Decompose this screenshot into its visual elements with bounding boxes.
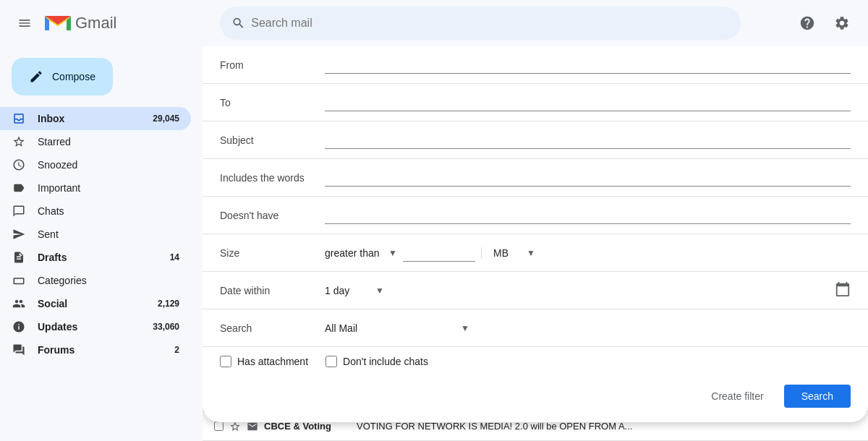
doesnt-have-label: Doesn't have: [220, 210, 325, 221]
label-icon: [12, 181, 26, 195]
sidebar-item-label-important: Important: [38, 182, 179, 194]
draft-icon: [12, 250, 26, 265]
sidebar-item-drafts[interactable]: Drafts 14: [0, 246, 191, 269]
search-in-row: Search All MailInboxStarredSentDraftsSpa…: [203, 309, 868, 347]
search-input[interactable]: [251, 17, 729, 30]
compose-icon: [29, 69, 43, 84]
doesnt-have-input[interactable]: [325, 206, 851, 224]
star-icon: [12, 134, 26, 149]
has-attachment-label[interactable]: Has attachment: [220, 356, 308, 367]
size-unit-select[interactable]: MBGBKBbytes: [493, 247, 535, 259]
info-icon: [12, 320, 26, 334]
sidebar-item-chats[interactable]: Chats: [0, 200, 191, 223]
size-label: Size: [220, 247, 325, 259]
forum-icon: [12, 343, 26, 357]
sidebar-item-label-social: Social: [38, 298, 146, 309]
sidebar-item-starred[interactable]: Starred: [0, 130, 191, 153]
search-in-wrapper: All MailInboxStarredSentDraftsSpamTrash …: [325, 322, 469, 334]
size-comparator-select[interactable]: greater thanless than: [325, 247, 397, 259]
compose-label: Compose: [52, 71, 95, 82]
checkboxes-row: Has attachment Don't include chats: [203, 347, 868, 376]
sidebar-item-snoozed[interactable]: Snoozed: [0, 153, 191, 176]
inbox-icon: [12, 111, 26, 126]
subject-input[interactable]: [325, 131, 851, 149]
sidebar-item-inbox[interactable]: Inbox 29,045: [0, 107, 191, 130]
has-attachment-checkbox[interactable]: [220, 356, 231, 367]
actions-row: Create filter Search: [203, 376, 868, 422]
includes-words-label: Includes the words: [220, 172, 325, 184]
email-subject: VOTING FOR NETWORK IS MEDIA! 2.0 will be…: [357, 421, 856, 432]
to-row: To: [203, 84, 868, 121]
email-checkbox[interactable]: [214, 421, 224, 431]
from-row: From: [203, 46, 868, 84]
sidebar-badge-inbox: 29,045: [153, 114, 179, 124]
dont-include-chats-label[interactable]: Don't include chats: [326, 356, 428, 367]
date-within-select[interactable]: 1 day3 days1 week2 weeks1 month2 months6…: [325, 285, 384, 296]
gmail-label: Gmail: [75, 14, 116, 33]
date-within-row: Date within 1 day3 days1 week2 weeks1 mo…: [203, 272, 868, 309]
clock-icon: [12, 158, 26, 172]
gmail-logo: Gmail: [43, 13, 116, 33]
sidebar-item-label-chats: Chats: [38, 205, 179, 217]
includes-words-row: Includes the words: [203, 159, 868, 197]
help-icon[interactable]: [793, 9, 822, 38]
sidebar: Compose Inbox 29,045 Starred Snoozed Imp…: [0, 46, 203, 441]
sidebar-item-important[interactable]: Important: [0, 176, 191, 200]
date-within-label: Date within: [220, 285, 325, 296]
subject-row: Subject: [203, 121, 868, 159]
settings-icon[interactable]: [827, 9, 856, 38]
email-sender: CBCE & Voting: [264, 421, 351, 432]
from-label: From: [220, 59, 325, 71]
sidebar-badge-social: 2,129: [158, 299, 179, 309]
main-content: From To Subject Includes the words Doesn…: [203, 46, 868, 441]
sidebar-item-categories[interactable]: Categories: [0, 269, 191, 292]
sidebar-item-label-drafts: Drafts: [38, 252, 158, 263]
sidebar-item-label-snoozed: Snoozed: [38, 159, 179, 171]
people-icon: [12, 296, 26, 311]
includes-words-input[interactable]: [325, 168, 851, 187]
compose-button[interactable]: Compose: [12, 58, 113, 95]
has-attachment-text: Has attachment: [237, 356, 308, 367]
sidebar-badge-drafts: 14: [170, 252, 179, 262]
to-label: To: [220, 97, 325, 108]
sidebar-item-label-starred: Starred: [38, 136, 179, 147]
search-in-label: Search: [220, 322, 325, 334]
dont-include-chats-checkbox[interactable]: [326, 356, 337, 367]
from-input[interactable]: [325, 56, 851, 74]
date-within-wrapper: 1 day3 days1 week2 weeks1 month2 months6…: [325, 285, 384, 296]
sidebar-item-label-updates: Updates: [38, 321, 141, 333]
sidebar-item-label-forums: Forums: [38, 344, 163, 356]
sidebar-item-updates[interactable]: Updates 33,060: [0, 315, 191, 338]
chat-icon: [12, 204, 26, 218]
size-unit-wrapper: MBGBKBbytes ▼: [481, 247, 535, 259]
create-filter-button[interactable]: Create filter: [699, 385, 775, 408]
subject-label: Subject: [220, 134, 325, 146]
advanced-search-panel: From To Subject Includes the words Doesn…: [203, 46, 868, 422]
search-button[interactable]: Search: [784, 385, 851, 408]
sidebar-badge-forums: 2: [174, 345, 179, 355]
sidebar-item-forums[interactable]: Forums 2: [0, 338, 191, 361]
sidebar-item-sent[interactable]: Sent: [0, 223, 191, 246]
sidebar-item-label-categories: Categories: [38, 275, 179, 286]
sidebar-nav: Inbox 29,045 Starred Snoozed Important C…: [0, 107, 203, 361]
size-value-input[interactable]: [403, 244, 475, 262]
doesnt-have-row: Doesn't have: [203, 197, 868, 234]
expand-icon: [12, 273, 26, 288]
dont-include-chats-text: Don't include chats: [343, 356, 428, 367]
calendar-icon[interactable]: [835, 281, 851, 300]
to-input[interactable]: [325, 93, 851, 111]
send-icon: [12, 227, 26, 241]
size-row: Size greater thanless than ▼ MBGBKBbytes…: [203, 234, 868, 272]
search-icon: [231, 16, 245, 30]
size-comparator-wrapper: greater thanless than ▼: [325, 247, 397, 259]
hamburger-menu[interactable]: [12, 10, 38, 36]
sidebar-badge-updates: 33,060: [153, 322, 179, 332]
search-in-select[interactable]: All MailInboxStarredSentDraftsSpamTrash: [325, 322, 469, 334]
sidebar-item-label-sent: Sent: [38, 228, 179, 240]
sidebar-item-label-inbox: Inbox: [38, 113, 141, 124]
search-bar[interactable]: [220, 7, 741, 40]
sidebar-item-social[interactable]: Social 2,129: [0, 292, 191, 315]
